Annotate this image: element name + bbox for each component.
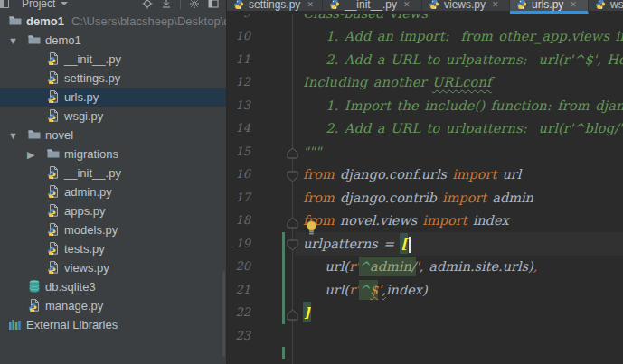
line-number: 14 (227, 117, 250, 140)
fold-marker-down[interactable] (287, 238, 298, 249)
code-text: 2. Add a URL to urlpatterns: url(r'^blog… (303, 117, 623, 140)
tab-urls-py[interactable]: urls.py✕ (510, 0, 589, 14)
tab-views-py[interactable]: views.py✕ (422, 0, 510, 14)
header-separator (180, 0, 181, 9)
tree-item-external-libraries[interactable]: External Libraries (0, 315, 226, 334)
python-file-icon-slot (46, 51, 61, 66)
python-icon (233, 0, 244, 10)
python-file-icon-slot (46, 241, 61, 256)
code-text: url(r'^admin/', admin.site.urls), (303, 255, 537, 278)
code-line-17[interactable]: 17from django.contrib import admin (227, 186, 623, 210)
project-tree: demo1C:\Users\blacsheep\Desktop\d▼demo1_… (0, 12, 226, 364)
fold-marker-down[interactable] (287, 169, 298, 181)
tree-item-views-py[interactable]: views.py (0, 258, 226, 277)
tab-close-icon[interactable]: ✕ (492, 0, 499, 9)
settings-icon[interactable] (189, 0, 200, 9)
tree-item-demo1[interactable]: demo1C:\Users\blacsheep\Desktop\d (0, 12, 226, 31)
folder-icon (27, 127, 42, 142)
tree-item-apps-py[interactable]: apps.py (0, 201, 226, 220)
locate-icon[interactable] (142, 0, 153, 9)
ide-window: Project demo1C:\Users\blacsheep\Desktop\… (0, 0, 623, 364)
tree-item-novel[interactable]: ▼novel (0, 126, 226, 145)
tree-item--init-py[interactable]: __init__.py (0, 50, 226, 69)
tree-item-db-sqlite3[interactable]: db.sqlite3 (0, 277, 226, 296)
tree-item-label: tests.py (64, 239, 105, 258)
code-line-12[interactable]: 12Including another URLconf (227, 70, 623, 94)
folder-icon-slot (27, 127, 42, 142)
tree-scrollbar[interactable] (222, 271, 225, 357)
tab-close-icon[interactable]: ✕ (570, 0, 577, 9)
tab-close-icon[interactable]: ✕ (307, 0, 314, 9)
tab--init-py[interactable]: __init__.py✕ (323, 0, 422, 14)
tab-wsgi-py[interactable]: wsgi.py✕ (589, 0, 623, 14)
tree-item-urls-py[interactable]: urls.py (0, 88, 226, 107)
chevron-expanded-icon[interactable]: ▼ (8, 130, 18, 141)
tree-item--init-py[interactable]: __init__.py (0, 163, 226, 182)
code-line-10[interactable]: 10 1. Add an import: from other_app.view… (227, 24, 623, 48)
fold-marker-up[interactable] (287, 307, 298, 319)
line-number: 23 (227, 324, 250, 348)
tree-item-demo1[interactable]: ▼demo1 (0, 31, 226, 50)
code-line-13[interactable]: 13 1. Import the include() function: fro… (227, 94, 623, 117)
tab-settings-py[interactable]: settings.py✕ (227, 0, 323, 14)
line-number: 15 (227, 140, 250, 163)
tree-item-label: settings.py (64, 69, 120, 88)
database-icon-slot (27, 279, 42, 294)
chevron-expanded-icon[interactable]: ▼ (8, 35, 18, 46)
tree-item-label: __init__.py (64, 50, 121, 69)
line-number: 17 (227, 186, 250, 210)
folder-icon (27, 33, 42, 47)
tree-item-manage-py[interactable]: manage.py (0, 296, 226, 315)
python-file-icon (46, 241, 61, 256)
python-file-icon-slot (46, 222, 61, 237)
tree-item-models-py[interactable]: models.py (0, 220, 226, 239)
python-file-icon-slot (27, 298, 42, 313)
tab-close-icon[interactable]: ✕ (403, 0, 411, 9)
tree-item-label: db.sqlite3 (45, 277, 96, 296)
line-number: 20 (227, 255, 250, 278)
folder-icon (8, 14, 23, 28)
tree-item-migrations[interactable]: ▶migrations (0, 145, 226, 163)
tree-item-settings-py[interactable]: settings.py (0, 69, 226, 88)
fold-marker-up[interactable] (287, 215, 298, 227)
code-line-14[interactable]: 14 2. Add a URL to urlpatterns: url(r'^b… (227, 117, 623, 140)
code-line-23[interactable]: 23 (227, 324, 623, 348)
code-text: urlpatterns = [ (303, 232, 411, 256)
chevron-down-icon[interactable] (61, 2, 68, 5)
tree-item-wsgi-py[interactable]: wsgi.py (0, 107, 226, 126)
code-text: """ (303, 140, 322, 163)
code-line-11[interactable]: 11 2. Add a URL to urlpatterns: url(r'^$… (227, 48, 623, 71)
tab-label: __init__.py (345, 0, 397, 11)
panel-title[interactable]: Project (22, 0, 55, 10)
python-file-icon-slot (46, 108, 61, 123)
collapse-all-icon[interactable] (161, 0, 172, 9)
folder-icon (46, 146, 61, 161)
python-file-icon (46, 203, 61, 218)
folder-icon-slot (27, 33, 42, 47)
python-file-icon-slot (46, 203, 61, 218)
chevron-collapsed-icon[interactable]: ▶ (27, 149, 34, 160)
line-number: 12 (227, 70, 250, 94)
code-text: from django.conf.urls import url (303, 163, 521, 186)
intention-bulb-icon[interactable] (305, 220, 318, 239)
project-panel: Project demo1C:\Users\blacsheep\Desktop\… (0, 0, 227, 364)
code-text: from novel.views import index (303, 209, 509, 232)
database-icon (27, 279, 42, 294)
tree-item-label: manage.py (45, 296, 103, 315)
editor: settings.py✕__init__.py✕views.py✕urls.py… (227, 0, 623, 364)
editor-tabs: settings.py✕__init__.py✕views.py✕urls.py… (227, 0, 623, 14)
line-number: 10 (227, 24, 250, 48)
tab-label: wsgi.py (610, 0, 623, 11)
code-text: ] (303, 301, 311, 324)
tree-item-admin-py[interactable]: admin.py (0, 182, 226, 201)
tree-item-label: migrations (64, 145, 118, 163)
code-line-20[interactable]: 20 url(r'^admin/', admin.site.urls), (227, 255, 623, 278)
python-file-icon (46, 108, 61, 123)
code-area[interactable]: 9Class-based views10 1. Add an import: f… (227, 14, 623, 364)
hide-panel-icon[interactable] (208, 0, 219, 9)
code-text: 2. Add a URL to urlpatterns: url(r'^$', … (303, 48, 623, 71)
fold-marker-up[interactable] (287, 145, 298, 157)
tree-item-tests-py[interactable]: tests.py (0, 239, 226, 258)
code-line-21[interactable]: 21 url(r'^$',index) (227, 278, 623, 302)
tree-item-label: models.py (64, 220, 118, 239)
